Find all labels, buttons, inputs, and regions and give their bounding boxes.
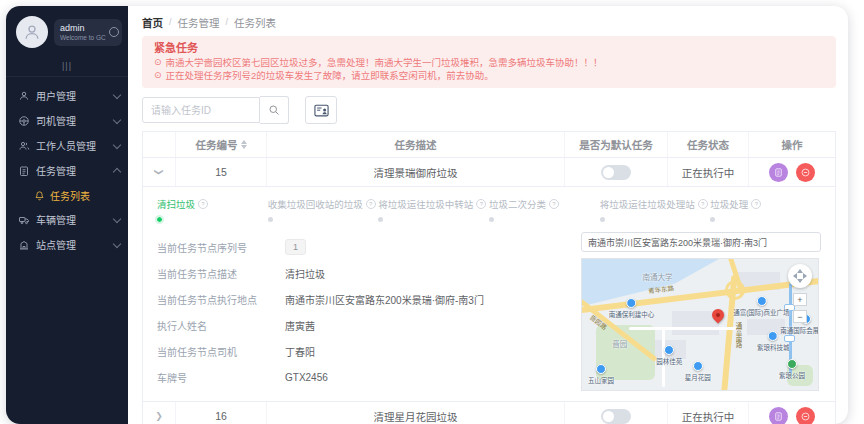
user-card[interactable]: admin Welcome to GC bbox=[54, 19, 122, 46]
sidebar-item-tasks[interactable]: 任务管理 bbox=[6, 158, 128, 183]
document-icon bbox=[773, 167, 784, 178]
document-icon bbox=[773, 411, 784, 422]
task-id: 16 bbox=[176, 402, 267, 424]
delete-button[interactable] bbox=[796, 407, 815, 424]
question-icon: ? bbox=[698, 199, 708, 209]
zoom-out-button[interactable]: − bbox=[793, 310, 807, 323]
task-status: 正在执行中 bbox=[668, 402, 749, 424]
task-status: 正在执行中 bbox=[668, 158, 749, 186]
user-welcome: Welcome to GC bbox=[60, 34, 116, 42]
clock-icon bbox=[109, 27, 119, 37]
header-task-id[interactable]: 任务编号 bbox=[176, 132, 267, 157]
map-zoom-control: + − bbox=[793, 293, 807, 323]
step-item[interactable]: 收集垃圾回收站的垃圾? bbox=[268, 197, 379, 222]
bell-icon bbox=[34, 190, 45, 201]
task-fields: 当前任务节点序列号 1 当前任务节点描述 清扫垃圾 当前任务节点执行地点 南通市… bbox=[157, 232, 563, 391]
sidebar-item-task-list[interactable]: 任务列表 bbox=[6, 183, 128, 207]
zoom-in-button[interactable]: + bbox=[793, 293, 807, 306]
step-item[interactable]: 清扫垃圾? bbox=[157, 197, 268, 222]
field-executor-name: 执行人姓名 唐寅茜 bbox=[157, 312, 563, 338]
header-status: 任务状态 bbox=[668, 132, 749, 157]
task-detail-panel: 清扫垃圾? 收集垃圾回收站的垃圾? 将垃圾运往垃圾中转站? 垃圾二次分类? bbox=[143, 187, 835, 402]
road-label: 青年东路 bbox=[648, 282, 675, 295]
chevron-down-icon bbox=[113, 239, 121, 247]
chevron-down-icon bbox=[113, 90, 121, 98]
urgent-task-alert: 紧急任务 ⊙ 南通大学啬园校区第七园区垃圾过多，急需处理！南通大学生一门垃圾堆积… bbox=[142, 36, 836, 88]
expand-row-button[interactable]: ❯ bbox=[155, 412, 163, 420]
user-icon bbox=[18, 90, 30, 102]
step-item[interactable]: 垃圾二次分类? bbox=[489, 197, 600, 222]
sidebar-item-staff[interactable]: 工作人员管理 bbox=[6, 133, 128, 158]
header-expand bbox=[143, 132, 176, 157]
alert-message: ⊙ 南通大学啬园校区第七园区垃圾过多，急需处理！南通大学生一门垃圾堆积，急需多辆… bbox=[154, 56, 824, 69]
field-plate-number: 车牌号 GTX2456 bbox=[157, 364, 563, 390]
alert-message: ⊙ 正在处理任务序列号2的垃圾车发生了故障，请立即联系空闲司机，前去协助。 bbox=[154, 69, 824, 82]
step-dot bbox=[489, 217, 494, 222]
detail-button[interactable] bbox=[769, 407, 788, 424]
breadcrumb-task-mgmt[interactable]: 任务管理 bbox=[178, 15, 220, 30]
sidebar-item-users[interactable]: 用户管理 bbox=[6, 83, 128, 108]
question-icon: ? bbox=[751, 199, 761, 209]
app-window: admin Welcome to GC ||| 用户管理 司机管理 bbox=[6, 6, 848, 424]
minus-circle-icon bbox=[800, 167, 811, 178]
map-poi[interactable]: 五山家园 bbox=[588, 364, 614, 385]
task-desc: 清理景瑞御府垃圾 bbox=[267, 158, 565, 186]
detail-button[interactable] bbox=[769, 163, 788, 182]
chevron-up-icon bbox=[113, 168, 121, 176]
breadcrumb-home[interactable]: 首页 bbox=[142, 15, 163, 30]
expand-row-button[interactable]: ❯ bbox=[155, 168, 163, 176]
chevron-down-icon bbox=[113, 140, 121, 148]
default-task-toggle[interactable] bbox=[601, 165, 631, 180]
map-poi[interactable]: 紫琅公园 bbox=[779, 359, 805, 380]
question-icon: ? bbox=[366, 199, 376, 209]
sidebar-nav: 用户管理 司机管理 工作人员管理 bbox=[6, 77, 128, 257]
field-node-driver: 当前任务节点司机 丁春阳 bbox=[157, 338, 563, 364]
map-poi[interactable]: 南通保利建中心 bbox=[609, 298, 655, 319]
user-name: admin bbox=[60, 23, 116, 34]
question-icon: ? bbox=[198, 199, 208, 209]
chevron-down-icon bbox=[113, 214, 121, 222]
staff-icon bbox=[18, 140, 30, 152]
person-icon bbox=[22, 22, 42, 42]
sort-icon[interactable] bbox=[241, 140, 247, 149]
step-item[interactable]: 将垃圾运往垃圾中转站? bbox=[378, 197, 489, 222]
step-dot bbox=[710, 217, 715, 222]
breadcrumb: 首页 / 任务管理 / 任务列表 bbox=[142, 14, 836, 30]
search-input[interactable] bbox=[142, 97, 260, 123]
question-icon: ? bbox=[549, 199, 559, 209]
alert-title: 紧急任务 bbox=[154, 41, 824, 56]
sidebar-item-drivers[interactable]: 司机管理 bbox=[6, 108, 128, 133]
sidebar-item-stations[interactable]: 站点管理 bbox=[6, 232, 128, 257]
field-node-location: 当前任务节点执行地点 南通市崇川区安富路东200米景瑞·御府-南3门 bbox=[157, 286, 563, 312]
address-input[interactable] bbox=[581, 232, 821, 252]
step-dot bbox=[378, 217, 383, 222]
map-poi[interactable]: 星月花园 bbox=[685, 361, 711, 382]
table-row: ❯ 15 清理景瑞御府垃圾 正在执行中 bbox=[143, 158, 835, 187]
avatar[interactable] bbox=[16, 16, 48, 48]
map-poi[interactable]: 园林佳苑 bbox=[656, 345, 682, 366]
node-seq-tag: 1 bbox=[285, 239, 306, 255]
minus-circle-icon bbox=[800, 411, 811, 422]
collapse-button[interactable]: ||| bbox=[6, 56, 128, 77]
id-card-button[interactable] bbox=[305, 96, 337, 124]
map[interactable]: 青年东路 啬园路 通富南路 南通大学 南通保利建中心 通富(国际)商业广场 南通… bbox=[581, 258, 819, 391]
map-compass[interactable] bbox=[788, 264, 812, 288]
delete-button[interactable] bbox=[796, 163, 815, 182]
sidebar-item-vehicles[interactable]: 车辆管理 bbox=[6, 207, 128, 232]
search-icon bbox=[268, 104, 280, 116]
field-node-seq: 当前任务节点序列号 1 bbox=[157, 234, 563, 260]
step-dot bbox=[600, 217, 605, 222]
default-task-toggle[interactable] bbox=[601, 409, 631, 424]
toolbar bbox=[142, 97, 836, 123]
main-content: 首页 / 任务管理 / 任务列表 紧急任务 ⊙ 南通大学啬园校区第七园区垃圾过多… bbox=[128, 6, 848, 424]
task-desc: 清理星月花园垃圾 bbox=[267, 402, 565, 424]
warning-icon: ⊙ bbox=[154, 69, 162, 82]
station-icon bbox=[18, 239, 30, 251]
user-row: admin Welcome to GC bbox=[6, 6, 128, 56]
search-button[interactable] bbox=[260, 96, 289, 124]
warning-icon: ⊙ bbox=[154, 56, 162, 69]
map-poi[interactable]: 紫琅科技城 bbox=[757, 331, 790, 352]
step-item[interactable]: 将垃圾运往垃圾处理站? bbox=[600, 197, 711, 222]
truck-icon bbox=[18, 214, 30, 226]
step-item[interactable]: 垃圾处理? bbox=[710, 197, 821, 222]
